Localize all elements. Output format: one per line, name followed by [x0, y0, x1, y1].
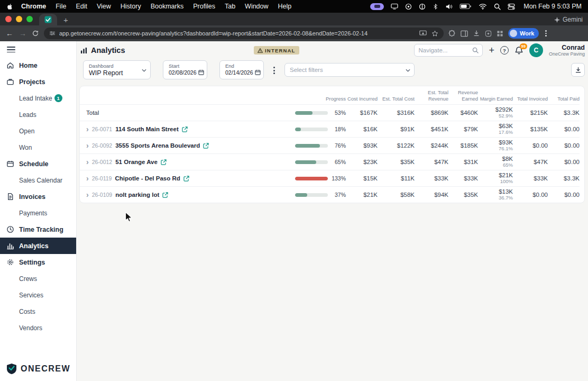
menu-profiles[interactable]: Profiles — [188, 3, 220, 10]
cast-icon[interactable] — [419, 30, 427, 37]
wifi-icon[interactable] — [479, 3, 487, 10]
sidebar-item-sales-calendar[interactable]: Sales Calendar — [0, 172, 76, 188]
sidebar-item-costs[interactable]: Costs — [0, 303, 76, 320]
extension-icon-1[interactable] — [485, 30, 492, 37]
column-margin-earned[interactable]: Margin Earned — [478, 96, 513, 102]
display-status-icon[interactable] — [391, 3, 398, 10]
minimize-window-button[interactable] — [16, 16, 22, 22]
browser-menu-button[interactable] — [544, 30, 548, 37]
column-total-invoiced[interactable]: Total Invoiced — [513, 96, 548, 102]
menu-history[interactable]: History — [116, 3, 146, 10]
sidebar-item-projects[interactable]: Projects — [0, 74, 76, 90]
sidebar-item-won[interactable]: Won — [0, 139, 76, 156]
close-window-button[interactable] — [5, 16, 12, 22]
menu-bookmarks[interactable]: Bookmarks — [146, 3, 189, 10]
sidebar-item-payments[interactable]: Payments — [0, 205, 76, 221]
filter-options-menu[interactable] — [272, 66, 276, 75]
sidebar-item-schedule[interactable]: Schedule — [0, 156, 76, 172]
notifications-button[interactable]: 99 — [514, 46, 523, 55]
external-link-icon[interactable] — [183, 176, 189, 182]
apple-menu-icon[interactable] — [6, 3, 13, 11]
menu-tab[interactable]: Tab — [220, 3, 240, 10]
margin-earned-cell: $8K 65% — [478, 156, 513, 168]
new-tab-button[interactable]: + — [63, 16, 68, 24]
expand-chevron-icon[interactable]: › — [86, 191, 89, 198]
sidebar-item-home[interactable]: Home — [0, 57, 76, 74]
expand-chevron-icon[interactable]: › — [86, 158, 89, 166]
expand-chevron-icon[interactable]: › — [86, 125, 89, 133]
browser-tab[interactable] — [39, 14, 57, 25]
control-center-icon[interactable] — [508, 3, 515, 10]
sidebar-item-services[interactable]: Services — [0, 287, 76, 303]
external-link-icon[interactable] — [203, 143, 209, 149]
reload-button[interactable] — [32, 30, 39, 37]
sidebar-item-time-tracking[interactable]: Time Tracking — [0, 221, 76, 238]
end-date-input[interactable]: End 02/14/2026 — [219, 60, 264, 79]
table-row[interactable]: › 26-0071 114 South Main Street 18% $16K… — [80, 121, 580, 137]
menu-edit[interactable]: Edit — [71, 3, 92, 10]
select-filters-dropdown[interactable]: Select filters — [284, 63, 415, 77]
table-row[interactable]: › 26-0092 3555 Sports Arena Boulevard 76… — [80, 137, 580, 153]
navigate-search[interactable] — [414, 44, 483, 57]
external-link-icon[interactable] — [162, 192, 168, 198]
sidebar-item-vendors[interactable]: Vendors — [0, 320, 76, 336]
sidebar-item-analytics[interactable]: Analytics — [0, 238, 76, 254]
start-date-input[interactable]: Start 02/08/2026 — [163, 60, 207, 79]
expand-chevron-icon[interactable]: › — [86, 142, 89, 149]
quick-add-button[interactable]: + — [489, 46, 494, 55]
external-link-icon[interactable] — [161, 159, 167, 165]
dashboard-select[interactable]: Dashboard WIP Report — [83, 60, 151, 79]
bluetooth-icon[interactable] — [433, 3, 438, 11]
menubar-clock[interactable]: Mon Feb 9 5:03 PM — [523, 3, 582, 10]
export-download-button[interactable] — [571, 63, 585, 77]
column-revenue-earned[interactable]: Revenue Earned — [448, 89, 478, 102]
wip-report-table: Progress Cost Incurred Est. Total Cost E… — [79, 86, 585, 203]
sidebar-item-leads[interactable]: Leads — [0, 106, 76, 123]
navigate-input[interactable] — [418, 47, 470, 53]
expand-chevron-icon[interactable]: › — [86, 175, 89, 182]
zoom-window-button[interactable] — [26, 16, 33, 22]
extensions-puzzle-icon[interactable] — [448, 30, 456, 37]
back-button[interactable]: ← — [5, 30, 14, 37]
battery-icon[interactable] — [460, 3, 472, 10]
external-link-icon[interactable] — [182, 126, 188, 132]
column-est-total-cost[interactable]: Est. Total Cost — [378, 96, 415, 102]
menu-file[interactable]: File — [51, 3, 71, 10]
sidebar-item-lead-intake[interactable]: Lead Intake 1 — [0, 90, 76, 106]
table-row[interactable]: › 26-0012 51 Orange Ave 65% $23K $35K $4… — [80, 153, 580, 170]
sidebar-item-invoices[interactable]: Invoices — [0, 188, 76, 205]
help-button[interactable]: ? — [500, 46, 509, 55]
margin-percent: 52.9% — [499, 113, 513, 119]
sidebar-item-open[interactable]: Open — [0, 123, 76, 139]
column-est-total-revenue[interactable]: Est. Total Revenue — [415, 89, 448, 102]
table-row[interactable]: › 26-0109 nolt parking lot 37% $21K $58K… — [80, 186, 580, 203]
status-icon-1[interactable] — [405, 3, 412, 10]
side-panel-icon[interactable] — [461, 30, 468, 37]
table-row[interactable]: › 26-0119 Chipotle - Del Paso Rd 133% $1… — [80, 170, 580, 186]
sidebar-collapse-button[interactable] — [7, 47, 15, 52]
extension-icon-2[interactable] — [497, 30, 503, 37]
menu-view[interactable]: View — [92, 3, 116, 10]
gemini-entry[interactable]: Gemini — [554, 16, 583, 25]
status-icon-2[interactable] — [419, 3, 426, 10]
column-total-paid[interactable]: Total Paid — [548, 96, 580, 102]
sidebar-item-crews[interactable]: Crews — [0, 270, 76, 287]
column-progress[interactable]: Progress — [295, 96, 346, 102]
menu-window[interactable]: Window — [240, 3, 273, 10]
site-info-icon[interactable] — [49, 30, 56, 37]
menu-help[interactable]: Help — [273, 3, 297, 10]
chrome-profile-chip[interactable]: Work — [508, 28, 539, 39]
spotlight-icon[interactable] — [494, 3, 501, 10]
url-text[interactable]: app.getonecrew.com/t/onecrew-paving/anal… — [59, 30, 416, 37]
user-menu[interactable]: Conrad OneCrew Paving — [549, 44, 585, 57]
column-cost-incurred[interactable]: Cost Incurred — [346, 96, 378, 102]
address-bar[interactable]: app.getonecrew.com/t/onecrew-paving/anal… — [44, 28, 444, 39]
screen-recording-indicator[interactable] — [370, 3, 384, 10]
user-avatar[interactable]: C — [529, 43, 543, 57]
menu-chrome[interactable]: Chrome — [16, 3, 51, 10]
forward-button[interactable]: → — [19, 30, 27, 37]
volume-icon[interactable] — [445, 3, 453, 10]
downloads-icon[interactable] — [473, 30, 480, 37]
sidebar-item-settings[interactable]: Settings — [0, 254, 76, 270]
bookmark-star-icon[interactable] — [431, 30, 438, 37]
